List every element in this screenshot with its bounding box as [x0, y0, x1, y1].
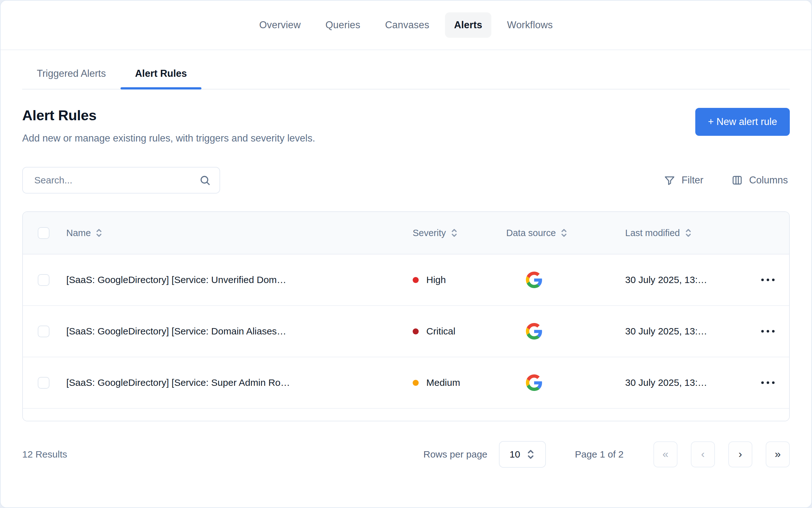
- nav-tab-workflows[interactable]: Workflows: [498, 12, 562, 38]
- filter-label: Filter: [682, 174, 704, 186]
- rule-name: [SaaS: GoogleDirectory] [Service: Unveri…: [66, 274, 413, 285]
- results-count: 12 Results: [22, 449, 67, 460]
- filter-button[interactable]: Filter: [662, 174, 706, 186]
- sort-icon: [561, 228, 567, 238]
- columns-button[interactable]: Columns: [729, 174, 790, 186]
- last-modified: 30 July 2025, 13:…: [625, 377, 747, 388]
- severity-label: High: [426, 274, 446, 285]
- sort-icon: [451, 228, 457, 238]
- last-modified: 30 July 2025, 13:…: [625, 274, 747, 285]
- row-actions-icon: [761, 279, 764, 281]
- severity-dot: [413, 328, 419, 334]
- sort-icon: [96, 228, 102, 238]
- table-body: [SaaS: GoogleDirectory] [Service: Unveri…: [23, 254, 789, 409]
- main-content: Alert Rules Add new or manage existing r…: [1, 107, 811, 468]
- pagination-controls: « ‹ › »: [653, 441, 790, 467]
- table-row[interactable]: [SaaS: GoogleDirectory] [Service: Domain…: [23, 306, 789, 357]
- last-modified: 30 July 2025, 13:…: [625, 326, 747, 337]
- nav-tab-canvases[interactable]: Canvases: [376, 12, 438, 38]
- nav-tab-overview[interactable]: Overview: [250, 12, 310, 38]
- search-box[interactable]: [22, 167, 220, 194]
- table-bottom-spacer: [23, 409, 789, 421]
- alert-rules-table: Name Severity Data source: [22, 211, 790, 421]
- severity-label: Critical: [426, 326, 455, 337]
- columns-icon: [731, 174, 743, 186]
- row-actions-icon: [761, 330, 764, 333]
- column-header-severity[interactable]: Severity: [413, 228, 506, 238]
- app-window: Overview Queries Canvases Alerts Workflo…: [0, 0, 812, 508]
- rule-name: [SaaS: GoogleDirectory] [Service: Domain…: [66, 326, 413, 337]
- row-checkbox[interactable]: [38, 326, 49, 337]
- search-input[interactable]: [34, 174, 199, 186]
- column-header-name[interactable]: Name: [66, 228, 413, 238]
- columns-label: Columns: [749, 174, 788, 186]
- row-actions-button[interactable]: [757, 377, 779, 388]
- nav-tab-alerts[interactable]: Alerts: [445, 12, 491, 38]
- google-logo-icon: [526, 374, 542, 391]
- severity-dot: [413, 277, 419, 283]
- rule-name: [SaaS: GoogleDirectory] [Service: Super …: [66, 377, 413, 388]
- row-checkbox[interactable]: [38, 274, 49, 286]
- table-row[interactable]: [SaaS: GoogleDirectory] [Service: Unveri…: [23, 254, 789, 306]
- sort-icon: [685, 228, 691, 238]
- page-title: Alert Rules: [22, 107, 315, 124]
- rows-per-page-value: 10: [510, 449, 520, 460]
- column-header-data-source[interactable]: Data source: [506, 228, 625, 238]
- previous-page-button[interactable]: ‹: [691, 441, 715, 467]
- google-logo-icon: [526, 323, 542, 340]
- table-toolbar: Filter Columns: [22, 167, 790, 194]
- top-navigation: Overview Queries Canvases Alerts Workflo…: [1, 1, 811, 50]
- rows-per-page-label: Rows per page: [423, 449, 488, 460]
- next-page-button[interactable]: ›: [728, 441, 752, 467]
- page-subtitle: Add new or manage existing rules, with t…: [22, 133, 315, 144]
- tab-alert-rules[interactable]: Alert Rules: [121, 60, 202, 89]
- severity-dot: [413, 380, 419, 386]
- row-actions-button[interactable]: [757, 274, 779, 286]
- severity-label: Medium: [426, 377, 460, 388]
- tab-triggered-alerts[interactable]: Triggered Alerts: [22, 60, 121, 89]
- select-chevrons-icon: [527, 449, 534, 460]
- page-header: Alert Rules Add new or manage existing r…: [22, 107, 790, 144]
- select-all-checkbox[interactable]: [38, 227, 49, 239]
- table-row[interactable]: [SaaS: GoogleDirectory] [Service: Super …: [23, 357, 789, 409]
- column-header-last-modified[interactable]: Last modified: [625, 228, 747, 238]
- new-alert-rule-button[interactable]: + New alert rule: [695, 108, 790, 136]
- table-footer: 12 Results Rows per page 10 Page 1 of 2 …: [22, 441, 790, 468]
- filter-icon: [664, 174, 675, 186]
- table-header-row: Name Severity Data source: [23, 212, 789, 254]
- first-page-button[interactable]: «: [653, 441, 678, 467]
- row-actions-icon: [761, 381, 764, 384]
- google-logo-icon: [526, 271, 542, 288]
- search-icon: [199, 174, 211, 186]
- row-actions-button[interactable]: [757, 326, 779, 337]
- page-indicator: Page 1 of 2: [575, 449, 624, 460]
- last-page-button[interactable]: »: [766, 441, 790, 467]
- row-checkbox[interactable]: [38, 377, 49, 389]
- nav-tab-queries[interactable]: Queries: [317, 12, 369, 38]
- rows-per-page-select[interactable]: 10: [499, 441, 546, 468]
- alerts-subtabs: Triggered Alerts Alert Rules: [22, 60, 790, 89]
